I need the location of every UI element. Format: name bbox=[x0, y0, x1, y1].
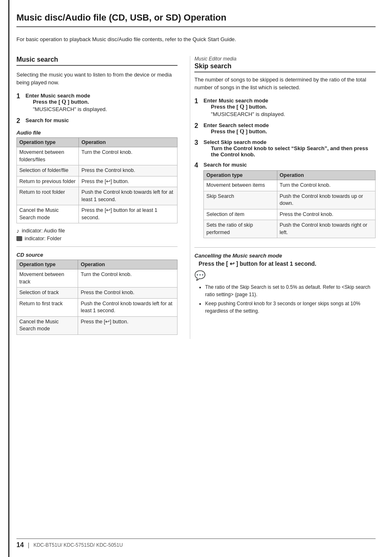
indicator-folder-text: indicator: Folder bbox=[25, 236, 62, 241]
audio-op-type-cell: Return to root folder bbox=[17, 187, 79, 205]
cd-op-cell: Press the Control knob. bbox=[78, 288, 178, 299]
audio-op-type-cell: Return to previous folder bbox=[17, 176, 79, 187]
right-step-3-num: 3 bbox=[194, 139, 203, 146]
cancel-section-title: Cancelling the Music search mode bbox=[194, 253, 376, 259]
left-border-decoration bbox=[8, 0, 9, 557]
right-step-4-title: Search for music bbox=[203, 162, 247, 168]
folder-icon bbox=[16, 236, 22, 241]
audio-op-type-cell: Cancel the Music Search mode bbox=[17, 205, 79, 223]
step-2-num: 2 bbox=[16, 117, 25, 125]
step-1-num: 1 bbox=[16, 93, 25, 100]
cd-table-header-1: Operation bbox=[78, 260, 178, 269]
page: Music disc/Audio file (CD, USB, or SD) O… bbox=[0, 0, 392, 557]
step-2-content: Search for music bbox=[25, 117, 178, 123]
skip-op-type-cell: Selection of item bbox=[204, 209, 277, 220]
skip-table-header-1: Operation bbox=[277, 171, 375, 180]
q-btn-1: Q bbox=[62, 99, 66, 105]
indicator-folder-line: indicator: Folder bbox=[16, 236, 178, 241]
right-step-2-title: Enter Search select mode bbox=[203, 122, 269, 128]
two-column-layout: Music search Selecting the music you wan… bbox=[16, 56, 376, 339]
right-step-2: 2 Enter Search select mode Press the [ Q… bbox=[194, 122, 376, 135]
right-step-2-num: 2 bbox=[194, 122, 203, 130]
page-number: 14 bbox=[16, 541, 24, 549]
right-step-3-detail: Turn the Control knob to select “Skip Se… bbox=[211, 145, 376, 158]
page-footer: 14 | KDC-BT51U/ KDC-5751SD/ KDC-5051U bbox=[16, 538, 376, 549]
step-1-sub: "MUSICSEARCH" is displayed. bbox=[33, 105, 178, 114]
right-step-1-title: Enter Music search mode bbox=[203, 97, 268, 104]
skip-op-type-cell: Movement between items bbox=[204, 180, 277, 191]
skip-op-cell: Push the Control knob towards right or l… bbox=[277, 220, 375, 238]
right-column: Music Editor media Skip search The numbe… bbox=[190, 56, 376, 339]
right-step-1-sub: "MUSICSEARCH" is displayed. bbox=[211, 110, 376, 118]
cd-op-type-cell: Selection of track bbox=[17, 288, 78, 299]
right-step-1-detail: Press the [ Q ] button. bbox=[211, 104, 376, 110]
audio-op-cell: Press the [↩] button. bbox=[79, 176, 178, 187]
back-btn-icon: ↩ bbox=[230, 260, 235, 267]
cancel-detail: Press the [ ↩ ] button for at least 1 se… bbox=[198, 260, 376, 267]
right-step-3: 3 Select Skip search mode Turn the Contr… bbox=[194, 139, 376, 158]
bullet-notes-list: The ratio of the Skip Search is set to 0… bbox=[198, 283, 376, 315]
cd-op-type-cell: Cancel the Music Search mode bbox=[17, 316, 78, 334]
right-step-1: 1 Enter Music search mode Press the [ Q … bbox=[194, 97, 376, 118]
right-step-4-content: Search for music Operation type Operatio… bbox=[203, 162, 376, 242]
audio-op-cell: Push the Control knob towards left for a… bbox=[79, 187, 178, 205]
cd-op-cell: Press the [↩] button. bbox=[78, 316, 178, 334]
divider-1 bbox=[16, 246, 178, 247]
audio-op-type-cell: Selection of folder/flie bbox=[17, 165, 79, 176]
right-step-1-content: Enter Music search mode Press the [ Q ] … bbox=[203, 97, 376, 118]
skip-search-intro: The number of songs to be skipped is det… bbox=[194, 76, 376, 92]
music-note-icon: ♪ bbox=[16, 227, 19, 234]
indicator-audio-text: indicator: Audio file bbox=[22, 228, 65, 234]
cd-op-cell: Turn the Control knob. bbox=[78, 269, 178, 288]
music-search-title: Music search bbox=[16, 56, 178, 66]
cd-op-cell: Push the Control knob towards left for a… bbox=[78, 298, 178, 316]
audio-table-header-1: Operation bbox=[79, 138, 178, 147]
step-1-detail: Press the [ Q ] button. bbox=[33, 99, 178, 105]
step-1-left: 1 Enter Music search mode Press the [ Q … bbox=[16, 93, 178, 114]
step-2-title: Search for music bbox=[25, 117, 69, 123]
footer-divider: | bbox=[28, 542, 30, 548]
q-btn-3: Q bbox=[240, 128, 244, 135]
right-step-2-content: Enter Search select mode Press the [ Q ]… bbox=[203, 122, 376, 135]
audio-op-cell: Press the [↩] button for at least 1 seco… bbox=[79, 205, 178, 223]
skip-search-title: Skip search bbox=[194, 63, 376, 72]
step-1-title: Enter Music search mode bbox=[25, 93, 90, 99]
q-btn-2: Q bbox=[240, 104, 244, 110]
audio-table-header-0: Operation type bbox=[17, 138, 79, 147]
footer-models: KDC-BT51U/ KDC-5751SD/ KDC-5051U bbox=[33, 542, 122, 548]
cd-table-header-0: Operation type bbox=[17, 260, 78, 269]
skip-table-header-0: Operation type bbox=[204, 171, 277, 180]
skip-search-table: Operation type Operation Movement betwee… bbox=[203, 170, 376, 238]
audio-file-table: Operation type Operation Movement betwee… bbox=[16, 137, 178, 223]
left-column: Music search Selecting the music you wan… bbox=[16, 56, 190, 339]
note-icon: 💬 bbox=[194, 270, 376, 281]
cd-source-table: Operation type Operation Movement betwee… bbox=[16, 260, 178, 335]
right-step-4-num: 4 bbox=[194, 162, 203, 169]
intro-text: For basic operation to playback Music di… bbox=[16, 35, 376, 44]
skip-op-cell: Push the Control knob towards up or down… bbox=[277, 191, 375, 209]
right-step-3-title: Select Skip search mode bbox=[203, 139, 266, 145]
right-step-2-detail: Press the [ Q ] button. bbox=[211, 128, 376, 135]
skip-op-type-cell: Sets the ratio of skip performed bbox=[204, 220, 277, 238]
bullet-note-item: Keep pushing Control knob for 3 seconds … bbox=[205, 300, 376, 315]
right-step-1-num: 1 bbox=[194, 97, 203, 105]
step-1-content: Enter Music search mode Press the [ Q ] … bbox=[25, 93, 178, 114]
audio-op-cell: Press the Control knob. bbox=[79, 165, 178, 176]
music-search-intro: Selecting the music you want to listen t… bbox=[16, 71, 178, 87]
cd-op-type-cell: Movement between track bbox=[17, 269, 78, 288]
audio-op-type-cell: Movement between folders/files bbox=[17, 147, 79, 165]
skip-op-cell: Press the Control knob. bbox=[277, 209, 375, 220]
page-title: Music disc/Audio file (CD, USB, or SD) O… bbox=[16, 12, 376, 27]
audio-op-cell: Turn the Control knob. bbox=[79, 147, 178, 165]
cd-source-label: CD source bbox=[16, 252, 178, 258]
skip-op-cell: Turn the Control knob. bbox=[277, 180, 375, 191]
right-step-3-content: Select Skip search mode Turn the Control… bbox=[203, 139, 376, 158]
indicator-audio-line: ♪ indicator: Audio file bbox=[16, 227, 178, 234]
right-step-4: 4 Search for music Operation type Operat… bbox=[194, 162, 376, 242]
cd-op-type-cell: Return to first track bbox=[17, 298, 78, 316]
audio-file-label: Audio file bbox=[16, 130, 178, 136]
skip-op-type-cell: Skip Search bbox=[204, 191, 277, 209]
music-editor-label: Music Editor media bbox=[194, 56, 376, 62]
divider-2 bbox=[194, 247, 376, 248]
step-2-left: 2 Search for music bbox=[16, 117, 178, 125]
